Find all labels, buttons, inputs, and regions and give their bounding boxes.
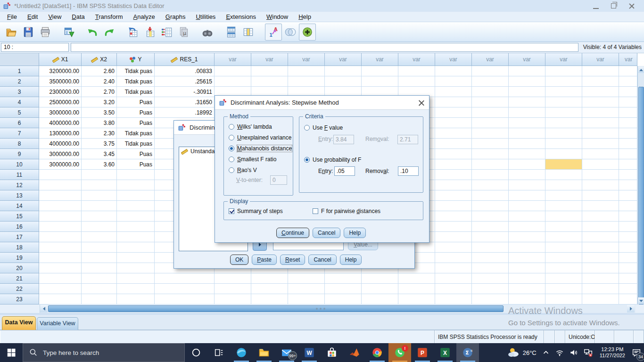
grid-cell[interactable]: 3.75 xyxy=(82,139,117,149)
grid-cell[interactable] xyxy=(619,253,637,263)
grid-cell[interactable] xyxy=(472,139,509,149)
grid-cell[interactable] xyxy=(472,190,509,201)
checkbox-f-for-pairwise-distances[interactable]: F for pairwise distances xyxy=(313,208,380,214)
grid-cell[interactable] xyxy=(362,76,398,87)
grid-cell[interactable]: Tidak puas xyxy=(117,66,155,76)
grid-cell[interactable] xyxy=(39,273,82,284)
ok-button[interactable]: OK xyxy=(230,255,248,265)
menu-utilities[interactable]: Utilities xyxy=(190,12,221,21)
grid-cell[interactable] xyxy=(582,232,619,242)
grid-cell[interactable] xyxy=(582,201,619,211)
row-header[interactable]: 19 xyxy=(0,253,39,263)
grid-cell[interactable] xyxy=(288,284,325,294)
grid-cell[interactable]: Puas xyxy=(117,107,155,118)
row-header[interactable]: 20 xyxy=(0,263,39,273)
v-to-enter-field[interactable]: 0 xyxy=(270,175,287,185)
grid-cell[interactable] xyxy=(545,263,582,273)
grid-cell[interactable] xyxy=(509,201,545,211)
grid-cell[interactable] xyxy=(362,273,398,284)
grid-cell[interactable] xyxy=(362,284,398,294)
clock[interactable]: 12:23 PM 11/27/2022 xyxy=(596,346,629,359)
grid-cell[interactable] xyxy=(509,294,545,304)
toolbar-redo-icon[interactable] xyxy=(101,24,118,41)
grid-cell[interactable]: 4000000.00 xyxy=(39,139,82,149)
grid-cell[interactable] xyxy=(582,273,619,284)
grid-cell[interactable] xyxy=(545,273,582,284)
menu-edit[interactable]: Edit xyxy=(22,12,43,21)
grid-cell[interactable] xyxy=(288,66,325,76)
grid-cell[interactable] xyxy=(82,263,117,273)
grid-cell[interactable] xyxy=(117,201,155,211)
row-header[interactable]: 5 xyxy=(0,107,39,118)
help-button[interactable]: Help xyxy=(344,228,366,238)
row-header[interactable]: 2 xyxy=(0,76,39,87)
grid-cell[interactable]: Tidak puas xyxy=(117,128,155,139)
row-header[interactable]: 4 xyxy=(0,97,39,107)
grid-cell[interactable] xyxy=(545,107,582,118)
column-header-var[interactable]: var xyxy=(509,53,545,66)
dialog-close-icon[interactable] xyxy=(418,99,425,107)
grid-cell[interactable] xyxy=(545,76,582,87)
grid-cell[interactable]: Tidak puas xyxy=(117,139,155,149)
grid-cell[interactable] xyxy=(472,107,509,118)
task-view-button[interactable] xyxy=(207,343,230,362)
row-header[interactable]: 3 xyxy=(0,87,39,97)
grid-cell[interactable]: 4000000.00 xyxy=(39,118,82,128)
grid-cell[interactable] xyxy=(582,76,619,87)
taskbar-spss-icon[interactable]: Σα xyxy=(456,343,479,362)
grid-cell[interactable] xyxy=(472,149,509,159)
grid-cell[interactable] xyxy=(82,284,117,294)
grid-cell[interactable] xyxy=(545,284,582,294)
grid-cell[interactable]: 3.20 xyxy=(82,97,117,107)
grid-cell[interactable] xyxy=(619,222,637,232)
grid-cell[interactable] xyxy=(545,201,582,211)
grid-cell[interactable] xyxy=(251,284,288,294)
grid-cell[interactable] xyxy=(619,139,637,149)
row-header[interactable]: 15 xyxy=(0,211,39,222)
grid-cell[interactable] xyxy=(619,273,637,284)
help-button[interactable]: Help xyxy=(340,255,362,265)
grid-cell[interactable] xyxy=(251,76,288,87)
grid-cell[interactable] xyxy=(545,87,582,97)
grid-cell[interactable] xyxy=(215,273,251,284)
grid-cell[interactable] xyxy=(362,294,398,304)
grid-cell[interactable] xyxy=(509,149,545,159)
grid-cell[interactable] xyxy=(619,211,637,222)
grid-cell[interactable]: .00833 xyxy=(155,66,215,76)
chevron-up-icon[interactable] xyxy=(539,343,553,362)
grid-cell[interactable] xyxy=(82,242,117,253)
toolbar-undo-icon[interactable] xyxy=(84,24,101,41)
grid-cell[interactable] xyxy=(288,273,325,284)
grid-cell[interactable] xyxy=(325,273,362,284)
grid-cell[interactable] xyxy=(545,242,582,253)
row-header[interactable]: 1 xyxy=(0,66,39,76)
tab-data-view[interactable]: Data View xyxy=(2,316,36,330)
grid-cell[interactable] xyxy=(39,253,82,263)
radio-mahalanobis-distance[interactable]: Mahalanobis distance xyxy=(229,145,292,152)
grid-cell[interactable] xyxy=(509,263,545,273)
grid-cell[interactable]: 3200000.00 xyxy=(39,66,82,76)
grid-cell[interactable] xyxy=(509,211,545,222)
grid-cell[interactable] xyxy=(509,273,545,284)
grid-cell[interactable] xyxy=(582,139,619,149)
grid-cell[interactable] xyxy=(435,242,472,253)
grid-cell[interactable] xyxy=(582,242,619,253)
grid-cell[interactable] xyxy=(582,97,619,107)
grid-cell[interactable] xyxy=(619,180,637,190)
toolbar-save-icon[interactable] xyxy=(20,24,37,41)
column-header-var[interactable]: var xyxy=(251,53,288,66)
grid-cell[interactable] xyxy=(509,107,545,118)
menu-view[interactable]: View xyxy=(43,12,66,21)
grid-cell[interactable] xyxy=(545,128,582,139)
vertical-scroll-thumb[interactable] xyxy=(638,87,644,304)
restore-icon[interactable] xyxy=(611,3,616,8)
grid-cell[interactable] xyxy=(619,170,637,180)
taskbar-chrome-icon[interactable] xyxy=(366,343,388,362)
splitter-dots[interactable] xyxy=(316,308,318,310)
grid-cell[interactable] xyxy=(39,201,82,211)
grid-cell[interactable]: Puas xyxy=(117,149,155,159)
grid-cell[interactable] xyxy=(325,76,362,87)
search-box[interactable]: Type here to search xyxy=(23,343,185,362)
grid-cell[interactable] xyxy=(582,263,619,273)
notification-center-icon[interactable]: 34 xyxy=(629,343,644,362)
